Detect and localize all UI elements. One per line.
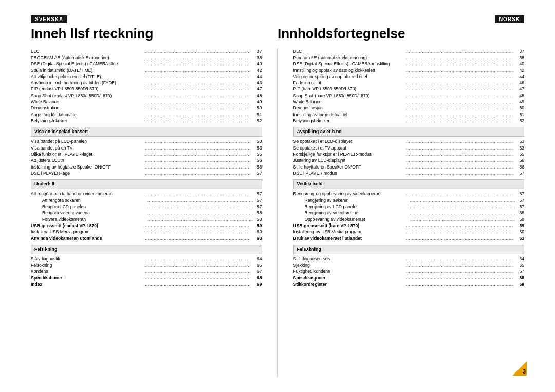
toc-title: Visa bandet på LCD-panelen [31, 138, 142, 144]
toc-dots: ........................................… [142, 61, 253, 67]
norsk-badge: NORSK [495, 15, 524, 23]
toc-line: Still diagnosen selv....................… [293, 256, 525, 262]
toc-title: Belysningstekniker [293, 118, 404, 124]
toc-page: 59 [253, 222, 262, 229]
toc-title: Använda in- och bortoning av bilden (FAD… [31, 80, 142, 86]
toc-page: 64 [515, 256, 524, 262]
toc-line: Ange färg för datum/titel...............… [31, 111, 262, 118]
toc-page: 49 [515, 99, 524, 105]
toc-title: Rengjøring av søkeren [299, 197, 410, 203]
toc-line: Olika funktioner i PLAYER-läget.........… [31, 151, 262, 157]
toc-title: Justering av LCD-displayet [293, 157, 404, 163]
toc-line: BLC.....................................… [31, 48, 262, 54]
toc-line: Felsökning..............................… [31, 262, 262, 268]
toc-page: 55 [253, 151, 262, 157]
toc-dots: ........................................… [142, 73, 253, 80]
svenska-badge: SVENSKA [31, 15, 67, 23]
toc-page: 56 [515, 157, 524, 163]
toc-dots: ........................................… [142, 54, 253, 61]
section-header: Avspilling av et b nd [293, 127, 525, 137]
toc-line: Visa bandet på en TV....................… [31, 145, 262, 151]
toc-page: 63 [253, 235, 262, 241]
toc-line: Snap Shot (bare VP-L850/L850D/L870).....… [293, 92, 525, 99]
toc-dots: ........................................… [404, 105, 515, 111]
right-column: BLC.....................................… [293, 48, 525, 377]
toc-title: Att justera LCD:n [31, 157, 142, 163]
toc-line: Använda in- och bortoning av bilden (FAD… [31, 80, 262, 86]
toc-title: Visa bandet på en TV [31, 145, 142, 151]
toc-page: 69 [253, 281, 262, 287]
toc-page: 48 [253, 92, 262, 99]
section-header: Fels kning [31, 245, 262, 254]
toc-page: 56 [253, 164, 262, 170]
toc-page: 40 [253, 61, 262, 67]
toc-page: 49 [253, 99, 262, 105]
toc-title: PIP (bare VP-L850/L850D/L870) [293, 86, 404, 92]
toc-title: Att rengöra sökaren [36, 197, 147, 203]
toc-title: White Balance [293, 99, 404, 105]
toc-dots: ........................................… [404, 235, 515, 241]
toc-dots: ........................................… [404, 157, 515, 163]
toc-title: Felsökning [31, 262, 142, 268]
toc-title: Kondens [31, 268, 142, 274]
toc-page: 65 [253, 262, 262, 268]
toc-title: Demonstrasjon [293, 105, 404, 111]
toc-dots: ........................................… [404, 48, 515, 54]
section-header: Fels¿kning [293, 245, 525, 254]
toc-line: Demonstration...........................… [31, 105, 262, 111]
toc-dots: ........................................… [404, 268, 515, 274]
toc-line: Visa bandet på LCD-panelen..............… [31, 138, 262, 144]
toc-title: Snap Shot (bare VP-L850/L850D/L870) [293, 92, 404, 99]
toc-page: 57 [515, 170, 524, 176]
section-header: Underh ll [31, 179, 262, 189]
toc-dots: ........................................… [404, 86, 515, 92]
toc-line: USB-grensesnitt (bare VP-L870)..........… [293, 222, 525, 229]
toc-line: USB-gr nssnitt (endast VP-L870).........… [31, 222, 262, 229]
toc-line: Demonstrasjon...........................… [293, 105, 525, 111]
toc-line: PROGRAM AE (Automatisk Exponering)......… [31, 54, 262, 61]
toc-dots: ........................................… [404, 92, 515, 99]
toc-title: Installera USB Media-program [31, 229, 142, 235]
toc-page: 52 [515, 118, 524, 124]
toc-line: Ställa in datum/tid (DATE/TIME).........… [31, 67, 262, 73]
toc-title: BLC [293, 48, 404, 54]
toc-page: 57 [253, 191, 262, 197]
toc-dots: ........................................… [142, 268, 253, 274]
toc-line: Rengjøring av LCD-panelet...............… [293, 203, 525, 210]
toc-page: 50 [253, 105, 262, 111]
toc-title: Rengjøring av videohødene [299, 210, 410, 216]
toc-title: Specifikationer [31, 275, 142, 281]
toc-line: PIP (endast VP-L850/L850D/L870).........… [31, 86, 262, 92]
toc-dots: ........................................… [404, 262, 515, 268]
toc-page: 67 [515, 268, 524, 274]
toc-page: 38 [515, 54, 524, 61]
toc-dots: ........................................… [147, 216, 253, 222]
toc-title: Still diagnosen selv [293, 256, 404, 262]
toc-page: 51 [515, 111, 524, 118]
toc-dots: ........................................… [404, 138, 515, 144]
toc-title: Snap Shot (endast VP-L850/L850D/L870) [31, 92, 142, 99]
toc-page: 57 [515, 203, 524, 210]
toc-title: Rengöra LCD-panelen [36, 203, 147, 210]
toc-page: 53 [515, 138, 524, 144]
toc-dots: ........................................… [404, 229, 515, 235]
page-number: 3 [523, 368, 526, 375]
toc-line: Sjekking................................… [293, 262, 525, 268]
toc-title: Oppbevaring av videokameraet [299, 216, 410, 222]
toc-line: Forskjellige funksjoner i PLAYER-modus..… [293, 151, 525, 157]
toc-dots: ........................................… [142, 262, 253, 268]
toc-dots: ........................................… [142, 48, 253, 54]
toc-dots: ........................................… [404, 145, 515, 151]
toc-page: 48 [515, 92, 524, 99]
toc-line: Spesifikasjoner.........................… [293, 275, 525, 281]
toc-title: Se opptaket i et TV-apparat [293, 145, 404, 151]
toc-page: 58 [515, 210, 524, 216]
toc-line: White Balance...........................… [293, 99, 525, 105]
toc-title: Fade inn og ut [293, 80, 404, 86]
toc-line: Bruk av videokameraet i utlandet........… [293, 235, 525, 241]
toc-line: Förvara videokameran....................… [31, 216, 262, 222]
toc-page: 57 [253, 170, 262, 176]
toc-line: DSE (Digital Special Effects) i CAMERA-l… [31, 61, 262, 67]
toc-page: 67 [253, 268, 262, 274]
toc-page: 57 [253, 197, 262, 203]
